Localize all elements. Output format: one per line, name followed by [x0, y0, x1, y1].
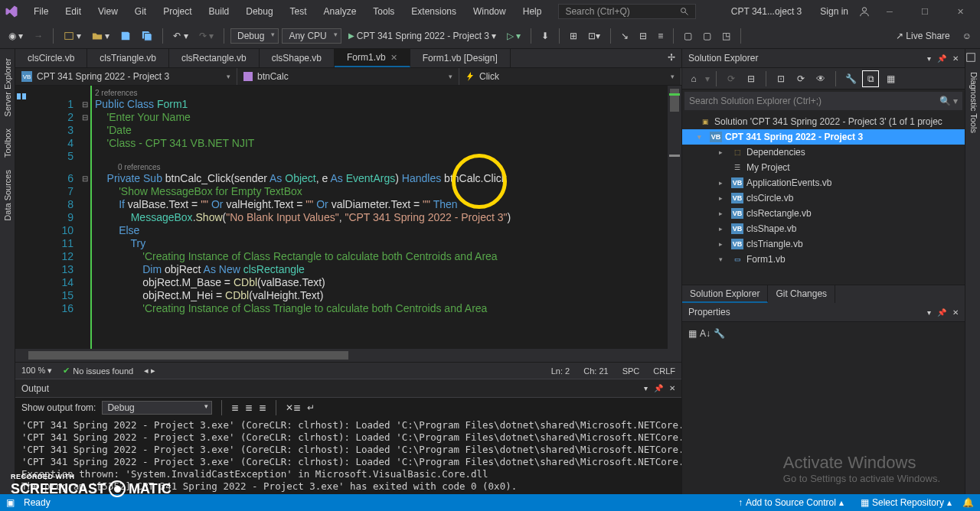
menu-project[interactable]: Project — [155, 3, 199, 20]
preview-icon[interactable]: 👁 — [812, 70, 829, 87]
tree-item[interactable]: ▾VBCPT 341 Spring 2022 - Project 3 — [682, 129, 965, 145]
output-close-icon[interactable]: ✕ — [669, 384, 675, 392]
issues-indicator[interactable]: ✔No issues found — [63, 366, 133, 376]
tree-item[interactable]: ▸VBclsRectangle.vb — [682, 206, 965, 221]
tb-icon-4[interactable]: ⊟ — [635, 28, 651, 44]
collapse-icon[interactable]: ⊟ — [743, 70, 760, 87]
menu-analyze[interactable]: Analyze — [316, 3, 364, 20]
props-events-icon[interactable]: 🔧 — [714, 328, 725, 339]
config-combo[interactable]: Debug — [230, 28, 279, 44]
output-tool-icon[interactable]: ≣ — [245, 402, 253, 413]
tab-clsshape[interactable]: clsShape.vb — [260, 49, 335, 67]
menu-git[interactable]: Git — [127, 3, 154, 20]
diag-icon[interactable] — [965, 52, 976, 63]
indicator-icon[interactable] — [15, 90, 28, 103]
tb-icon-6[interactable]: ▢ — [680, 28, 696, 44]
sign-in-link[interactable]: Sign in — [814, 6, 854, 17]
tab-form1-code[interactable]: Form1.vb✕ — [335, 49, 410, 67]
tree-item[interactable]: ▾▭Form1.vb — [682, 252, 965, 267]
open-button[interactable]: ▾ — [88, 28, 113, 44]
tab-git-changes[interactable]: Git Changes — [768, 285, 835, 303]
refresh-icon[interactable]: ⟳ — [792, 70, 809, 87]
code-editor[interactable]: 12345678910111213141516 ⊟⊟⊟ 2 references… — [15, 86, 681, 349]
menu-help[interactable]: Help — [515, 3, 550, 20]
tb-icon-2[interactable]: ⊡▾ — [584, 28, 604, 44]
save-all-button[interactable] — [138, 28, 156, 44]
menu-edit[interactable]: Edit — [57, 3, 89, 20]
account-icon[interactable] — [859, 6, 870, 17]
save-button[interactable] — [116, 28, 135, 44]
new-project-button[interactable]: ▾ — [60, 28, 85, 44]
panel-menu-icon[interactable]: ▾ — [927, 308, 931, 317]
maximize-button[interactable]: ☐ — [910, 7, 940, 17]
tab-clscircle[interactable]: clsCircle.vb — [15, 49, 87, 67]
quick-search[interactable]: Search (Ctrl+Q) — [558, 4, 696, 19]
tab-options-icon[interactable]: ✢ — [662, 49, 681, 67]
tab-toolbox[interactable]: Toolbox — [2, 122, 14, 164]
tree-item[interactable]: ▸VBclsShape.vb — [682, 221, 965, 236]
start-nodebug-button[interactable]: ▷ ▾ — [503, 28, 524, 44]
props-alpha-icon[interactable]: A↓ — [700, 328, 710, 339]
menu-window[interactable]: Window — [466, 3, 514, 20]
editor-vscrollbar[interactable] — [668, 86, 681, 349]
tab-solution-explorer[interactable]: Solution Explorer — [682, 285, 768, 303]
platform-combo[interactable]: Any CPU — [282, 28, 341, 44]
tb-icon-8[interactable]: ◳ — [718, 28, 734, 44]
editor-hscrollbar[interactable] — [15, 349, 681, 362]
view-code-icon[interactable]: ⧉ — [862, 70, 879, 87]
output-pin-icon[interactable]: 📌 — [654, 384, 663, 392]
view-designer-icon[interactable]: ▦ — [882, 70, 899, 87]
menu-tools[interactable]: Tools — [365, 3, 402, 20]
nav-event-combo[interactable]: Click▾ — [459, 68, 681, 85]
add-source-control-button[interactable]: ↑ Add to Source Control ▴ — [732, 497, 850, 508]
nav-back-button[interactable]: ◉ ▾ — [5, 28, 27, 44]
select-repo-button[interactable]: ▦ Select Repository ▴ — [854, 497, 958, 508]
redo-button[interactable]: ↷ ▾ — [195, 28, 217, 44]
menu-test[interactable]: Test — [283, 3, 315, 20]
tb-icon-5[interactable]: ≡ — [654, 28, 667, 44]
close-icon[interactable]: ✕ — [390, 53, 397, 63]
output-tool-icon[interactable]: ≣ — [231, 402, 239, 413]
panel-close-icon[interactable]: ✕ — [952, 54, 959, 63]
step-button[interactable]: ⬇ — [537, 28, 553, 44]
tree-item[interactable]: ▣Solution 'CPT 341 Spring 2022 - Project… — [682, 114, 965, 129]
tab-data-sources[interactable]: Data Sources — [2, 164, 14, 227]
tab-diagnostic-tools[interactable]: Diagnostic Tools — [965, 66, 980, 139]
output-tool-icon[interactable]: ≣ — [259, 402, 266, 413]
nav-object-combo[interactable]: btnCalc▾ — [237, 68, 459, 85]
panel-pin-icon[interactable]: 📌 — [937, 308, 946, 317]
feedback-icon[interactable]: ☺ — [959, 28, 975, 44]
tree-item[interactable]: ▸⬚Dependencies — [682, 145, 965, 160]
panel-menu-icon[interactable]: ▾ — [927, 54, 931, 63]
tab-clsrectangle[interactable]: clsRectangle.vb — [169, 49, 260, 67]
tree-item[interactable]: ▸VBclsTriangle.vb — [682, 236, 965, 252]
code-area[interactable]: 2 referencesPublic Class Form1 'Enter Yo… — [90, 86, 668, 349]
tab-server-explorer[interactable]: Server Explorer — [2, 52, 14, 122]
live-share-button[interactable]: ↗ Live Share — [892, 28, 953, 44]
nav-fwd-button[interactable]: → — [30, 28, 47, 44]
menu-view[interactable]: View — [90, 3, 126, 20]
sync-icon[interactable]: ⟳ — [723, 70, 740, 87]
menu-extensions[interactable]: Extensions — [403, 3, 464, 20]
tb-icon-1[interactable]: ⊞ — [566, 28, 581, 44]
eol-mode[interactable]: CRLF — [653, 366, 675, 376]
show-all-icon[interactable]: ⊡ — [773, 70, 789, 87]
output-text[interactable]: 'CPT 341 Spring 2022 - Project 3.exe' (C… — [15, 418, 681, 494]
panel-close-icon[interactable]: ✕ — [952, 308, 959, 317]
notifications-icon[interactable]: 🔔 — [962, 497, 974, 508]
tree-item[interactable]: ▸VBclsCircle.vb — [682, 190, 965, 206]
solution-search[interactable]: Search Solution Explorer (Ctrl+;) 🔍 ▾ — [684, 92, 962, 110]
start-debug-button[interactable]: ▶ CPT 341 Spring 2022 - Project 3 ▾ — [345, 28, 500, 44]
menu-debug[interactable]: Debug — [238, 3, 280, 20]
output-dropdown-icon[interactable]: ▾ — [644, 384, 648, 392]
tab-clstriangle[interactable]: clsTriangle.vb — [87, 49, 169, 67]
home-icon[interactable]: ⌂ — [685, 70, 702, 87]
close-button[interactable]: ✕ — [945, 7, 975, 17]
tree-item[interactable]: ▸VBApplicationEvents.vb — [682, 175, 965, 190]
panel-pin-icon[interactable]: 📌 — [937, 54, 946, 63]
output-source-combo[interactable]: Debug — [102, 401, 211, 415]
tab-form1-design[interactable]: Form1.vb [Design] — [410, 49, 511, 67]
properties-icon[interactable]: 🔧 — [842, 70, 859, 87]
output-clear-icon[interactable]: ✕≣ — [286, 402, 301, 413]
minimize-button[interactable]: ─ — [874, 7, 905, 16]
